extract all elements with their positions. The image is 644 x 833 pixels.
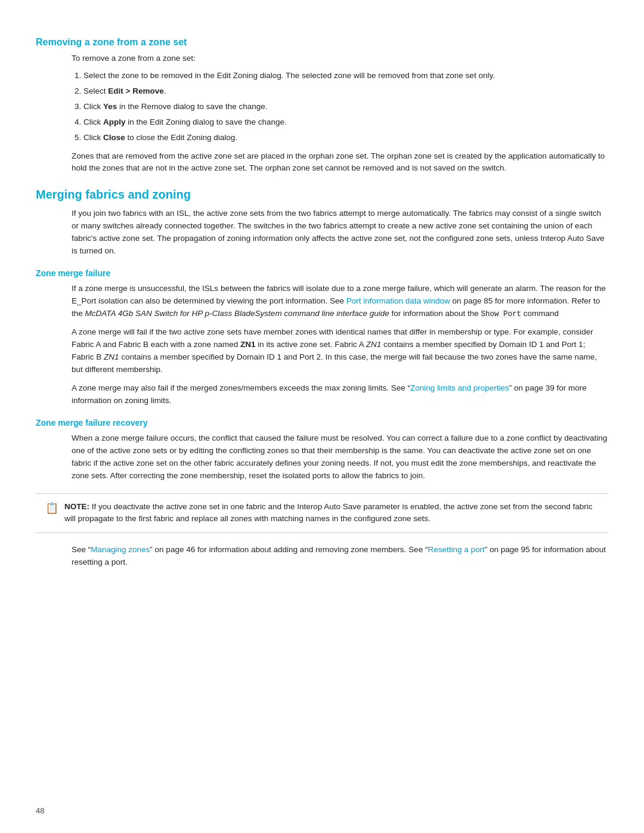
list-item: Select Edit > Remove.: [83, 85, 608, 98]
step3-text: Click Yes in the Remove dialog to save t…: [83, 102, 267, 111]
step2-text: Select Edit > Remove.: [83, 86, 166, 95]
note-icon: 📋: [45, 501, 58, 515]
zone-merge-failure-recovery-title: Zone merge failure recovery: [36, 418, 608, 428]
orphan-note: Zones that are removed from the active z…: [72, 150, 608, 175]
step5-text: Click Close to close the Edit Zoning dia…: [83, 133, 237, 142]
list-item: Select the zone to be removed in the Edi…: [83, 70, 608, 82]
zone-merge-failure-para1: If a zone merge is unsuccessful, the ISL…: [72, 283, 608, 320]
note-box: 📋 NOTE: If you deactivate the active zon…: [36, 493, 608, 534]
zone-merge-failure-title: Zone merge failure: [36, 268, 608, 278]
page-number: 48: [36, 806, 44, 815]
note-label: NOTE:: [64, 502, 89, 511]
step4-bold: Apply: [103, 117, 126, 126]
list-item: Click Close to close the Edit Zoning dia…: [83, 132, 608, 144]
step1-text: Select the zone to be removed in the Edi…: [83, 71, 495, 80]
show-port-code: Show Port: [481, 310, 522, 318]
removing-intro: To remove a zone from a zone set:: [72, 52, 608, 65]
note-content: If you deactivate the active zone set in…: [64, 502, 593, 524]
managing-zones-link[interactable]: Managing zones: [91, 545, 150, 554]
port-info-link[interactable]: Port information data window: [346, 296, 450, 305]
see-also: See “Managing zones” on page 46 for info…: [72, 544, 608, 569]
list-item: Click Apply in the Edit Zoning dialog to…: [83, 116, 608, 129]
zone-merge-failure-recovery-para1: When a zone merge failure occurs, the co…: [72, 432, 608, 482]
merging-title: Merging fabrics and zoning: [36, 188, 608, 202]
list-item: Click Yes in the Remove dialog to save t…: [83, 101, 608, 113]
note-text: NOTE: If you deactivate the active zone …: [64, 501, 599, 526]
zoning-limits-link[interactable]: Zoning limits and properties: [410, 383, 509, 392]
step4-text: Click Apply in the Edit Zoning dialog to…: [83, 117, 287, 126]
guide-italic: McDATA 4Gb SAN Switch for HP p-Class Bla…: [85, 309, 389, 318]
merging-section: Merging fabrics and zoning If you join t…: [36, 188, 608, 569]
step5-bold: Close: [103, 133, 125, 142]
zone-merge-failure-para2: A zone merge will fail if the two active…: [72, 326, 608, 376]
removing-steps-list: Select the zone to be removed in the Edi…: [83, 70, 608, 144]
zn1-bold: ZN1: [240, 340, 256, 349]
resetting-port-link[interactable]: Resetting a port: [428, 545, 484, 554]
step2-bold: Edit > Remove: [108, 86, 163, 95]
merging-intro: If you join two fabrics with an ISL, the…: [72, 208, 608, 258]
step3-bold: Yes: [103, 102, 117, 111]
zone-merge-failure-para3: A zone merge may also fail if the merged…: [72, 382, 608, 407]
removing-zone-title: Removing a zone from a zone set: [36, 37, 608, 48]
